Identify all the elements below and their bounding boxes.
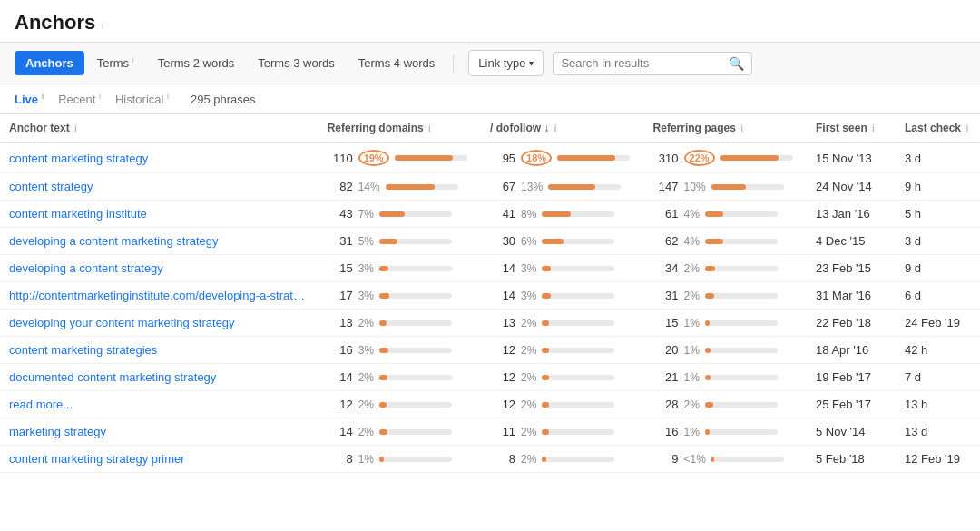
rp-bar-fill [711,184,746,190]
pct-label: 3% [358,344,374,357]
rd-bar-fill [379,293,389,299]
rp-cell: 61 4% [644,201,807,228]
rd-number: 15 [328,261,353,275]
anchor-text[interactable]: marketing strategy [0,418,318,446]
rd-bar-fill [386,184,435,190]
table-body: content marketing strategy 110 19% 95 18… [0,143,980,473]
rp-bar-fill [705,375,710,380]
col-header-last-check: Last check i [896,114,980,143]
sub-nav-historical[interactable]: Historical i [115,92,169,106]
first-seen-cell: 23 Feb '15 [807,255,896,282]
anchor-text[interactable]: read more... [0,391,318,418]
pct-label: 1% [684,317,700,329]
last-check-cell: 3 d [896,143,980,173]
rd-bar-fill [379,375,387,380]
df-number: 11 [490,425,515,438]
rp-number: 31 [653,289,679,302]
tab-terms[interactable]: Terms i [86,50,145,75]
first-seen-cell: 18 Apr '16 [807,337,896,364]
sub-nav-recent[interactable]: Recent i [58,92,101,106]
rp-number: 61 [653,207,679,221]
table-row: developing a content strategy 15 3% 14 3… [0,255,980,282]
rd-number: 43 [328,207,353,221]
table-row: developing your content marketing strate… [0,310,980,337]
anchor-text[interactable]: http://contentmarketinginstitute.com/dev… [0,282,318,310]
anchor-text[interactable]: developing your content marketing strate… [0,310,318,337]
df-number: 12 [490,398,515,411]
last-check-cell: 12 Feb '19 [896,446,980,473]
df-cell: 11 2% [481,418,643,446]
rp-cell: 9 <1% [644,446,807,473]
anchor-text[interactable]: content marketing strategies [0,337,318,364]
title-info-icon[interactable]: i [102,20,103,31]
anchor-text[interactable]: content marketing strategy [0,143,318,173]
col-header-anchor: Anchor text i [0,114,318,143]
rd-bar-wrap [379,375,452,380]
last-check-cell: 5 h [896,201,980,228]
df-number: 12 [490,343,515,357]
nav-divider [453,54,454,73]
df-cell: 12 2% [481,364,643,391]
pct-label: 5% [358,235,374,248]
tab-terms-3words[interactable]: Terms 3 words [247,51,346,75]
tab-terms-2words[interactable]: Terms 2 words [147,51,246,75]
df-cell: 14 3% [481,282,643,310]
main-table-container: Anchor text i Referring domains i / dofo… [0,114,980,473]
pct-label: 1% [684,426,700,438]
pct-label: 2% [521,426,536,438]
df-cell: 12 2% [481,391,643,418]
pct-label: 2% [684,290,700,302]
header: Anchors i Anchors Terms i Terms 2 words … [0,0,980,114]
page-title: Anchors [15,11,95,34]
rd-bar-fill [379,457,384,462]
first-seen-cell: 19 Feb '17 [807,364,896,391]
table-row: read more... 12 2% 12 2% 28 2% [0,391,980,418]
rd-bar-fill [379,211,405,217]
df-bar-wrap [542,348,614,353]
df-bar-fill [542,429,548,435]
link-type-dropdown[interactable]: Link type ▾ [468,50,544,76]
anchor-text[interactable]: documented content marketing strategy [0,364,318,391]
rd-number: 14 [328,370,353,384]
pct-label: 2% [521,453,536,466]
last-check-cell: 3 d [896,228,980,255]
anchor-text[interactable]: developing a content strategy [0,255,318,282]
rd-bar-wrap [379,211,452,217]
rd-bar-wrap [379,320,452,326]
rp-bar-wrap [711,184,784,190]
df-number: 14 [490,289,515,302]
df-bar-fill [542,402,549,408]
rp-bar-wrap [705,348,778,353]
col-header-dofollow[interactable]: / dofollow ↓ i [481,114,643,143]
anchor-text[interactable]: content marketing institute [0,201,318,228]
pct-label: 3% [521,262,536,275]
df-number: 8 [490,452,515,466]
last-check-cell: 13 d [896,418,980,446]
rd-cell: 14 2% [318,418,481,446]
df-bar-fill [542,375,549,380]
rd-cell: 13 2% [318,310,481,337]
rp-number: 34 [653,261,679,275]
rp-bar-wrap [705,429,778,435]
df-bar-wrap [542,375,614,380]
tab-anchors[interactable]: Anchors [15,51,84,75]
pct-label: 7% [358,208,374,221]
pct-label: 2% [358,371,374,384]
rp-cell: 310 22% [644,143,807,173]
search-input[interactable] [561,56,729,70]
df-bar-wrap [542,402,614,408]
pct-label: 2% [358,317,374,329]
rp-number: 21 [653,370,679,384]
anchor-text[interactable]: content marketing strategy primer [0,446,318,473]
rd-number: 13 [328,316,353,329]
anchor-text[interactable]: developing a content marketing strategy [0,228,318,255]
df-bar-wrap [548,184,621,190]
tab-terms-4words[interactable]: Terms 4 words [348,51,446,75]
pct-label: <1% [684,453,706,466]
rd-number: 82 [328,180,353,193]
anchor-text[interactable]: content strategy [0,173,318,201]
search-icon[interactable]: 🔍 [729,56,744,71]
rd-bar-fill [379,266,388,271]
sub-nav-live[interactable]: Live i [15,92,44,106]
pct-label: 3% [521,290,536,302]
